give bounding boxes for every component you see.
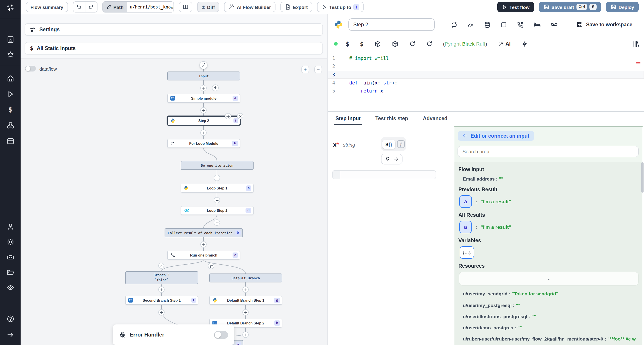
sleep-bed-icon[interactable] (534, 21, 541, 28)
node-second-branch-step-1[interactable]: TS Second Branch Step 1 f (125, 296, 198, 305)
node-default-branch-step-1[interactable]: Default Branch Step 1 g (209, 296, 282, 305)
insert-step-icon[interactable] (158, 309, 164, 316)
result-id-badge[interactable]: a (459, 196, 472, 208)
remove-branch-icon[interactable] (158, 263, 164, 269)
zoom-out-button[interactable]: − (314, 66, 322, 73)
diff-button[interactable]: ±Diff (198, 2, 219, 12)
error-handler-toggle[interactable] (214, 331, 228, 339)
test-flow-button[interactable]: Test flow (497, 2, 534, 12)
sidebar-item-home[interactable] (0, 71, 20, 85)
tab-step-input[interactable]: Step Input (336, 116, 360, 125)
package-icon[interactable] (374, 40, 381, 47)
insert-step-icon[interactable] (200, 130, 206, 136)
search-prop-input[interactable] (458, 146, 639, 157)
mock-voicemail-icon[interactable] (550, 21, 558, 28)
tab-test-this-step[interactable]: Test this step (375, 116, 408, 125)
dataflow-toggle[interactable] (25, 66, 36, 71)
sidebar-expand-icon[interactable] (0, 328, 20, 342)
node-branch-1[interactable]: Branch 1`false` (125, 271, 198, 284)
resources-placeholder[interactable]: - (459, 272, 639, 286)
node-do-one-iteration[interactable]: Do one iteration (181, 161, 254, 170)
sidebar-item-folders[interactable] (0, 266, 20, 279)
trigger-icon[interactable] (212, 84, 219, 91)
ai-suggest-node-icon[interactable] (200, 61, 208, 69)
suspend-phone-icon[interactable] (517, 21, 524, 28)
sidebar-item-audit-logs[interactable] (0, 281, 20, 294)
expr-mode-button[interactable]: ${} (382, 140, 395, 149)
path-field[interactable]: Path u/henri/best_known (102, 1, 174, 12)
variables-icon[interactable]: $ (346, 40, 349, 47)
arg-value-input[interactable] (332, 170, 436, 179)
retries-icon[interactable] (451, 21, 458, 28)
page-scrollbar[interactable] (641, 162, 644, 193)
resource-row[interactable]: u/ruben-user/u/ruben-user/my_flow_2/g/al… (463, 336, 638, 345)
undo-button[interactable] (73, 2, 85, 12)
insert-step-icon[interactable] (200, 241, 206, 248)
flow-summary-button[interactable]: Flow summary (26, 2, 68, 12)
sidebar-item-runs[interactable] (0, 87, 20, 100)
move-node-icon[interactable] (225, 113, 231, 119)
edit-or-connect-button[interactable]: Edit or connect an input (458, 131, 534, 141)
all-results-row[interactable]: a:"I'm a result" (459, 221, 638, 234)
deploy-button[interactable]: Deploy (606, 2, 639, 12)
resource-row[interactable]: u/user/my_sendgrid : "Token for sendgrid… (463, 290, 638, 298)
reload-icon[interactable] (409, 41, 415, 47)
windmill-logo-icon[interactable] (0, 0, 20, 15)
zoom-in-button[interactable]: + (302, 66, 309, 73)
function-mode-button[interactable]: ƒ (397, 140, 404, 148)
variables-object-badge[interactable]: {...} (460, 247, 474, 259)
delete-node-icon[interactable] (237, 113, 243, 119)
cache-database-icon[interactable] (484, 21, 490, 28)
sidebar-item-users[interactable] (0, 220, 20, 233)
export-button[interactable]: Export (280, 2, 312, 12)
test-up-to-button[interactable]: Test up toi (317, 2, 364, 12)
node-loop-step-2[interactable]: -GO Loop Step 2 d (181, 206, 254, 215)
ai-flow-builder-button[interactable]: AI Flow Builder (224, 2, 276, 12)
node-default-branch[interactable]: Default Branch (209, 274, 282, 283)
sidebar-item-resources[interactable] (0, 118, 20, 132)
redo-button[interactable] (85, 2, 97, 12)
flow-input-row[interactable]: Email address : "" (463, 175, 638, 183)
insert-step-icon[interactable] (242, 287, 249, 293)
tab-advanced[interactable]: Advanced (423, 116, 448, 125)
package-icon[interactable] (392, 40, 398, 47)
previous-result-row[interactable]: a:"I'm a result" (459, 196, 638, 208)
insert-step-icon[interactable] (214, 175, 220, 181)
sidebar-item-schedules[interactable] (0, 134, 20, 147)
node-run-one-branch[interactable]: Run one branch e (167, 251, 240, 260)
step-name-input[interactable] (348, 18, 435, 31)
contextual-variables-icon[interactable]: $ (360, 40, 364, 47)
sidebar-item-help[interactable] (0, 312, 20, 325)
reload-icon[interactable] (426, 41, 432, 47)
result-id-badge[interactable]: a (459, 221, 472, 234)
sidebar-item-workspace[interactable] (0, 33, 20, 46)
docs-button[interactable] (179, 2, 192, 12)
code-editor[interactable]: 1# import wmill234def main(x: str):5 ret… (328, 53, 644, 111)
lint-settings[interactable]: (Pyright Black Ruff) (443, 41, 487, 46)
node-loop-step-1[interactable]: Loop Step 1 c (181, 184, 254, 193)
node-simple-module[interactable]: TS Simple module a (167, 94, 240, 103)
early-stop-gauge-icon[interactable] (467, 21, 474, 28)
add-branch-icon[interactable] (208, 263, 214, 269)
resource-row[interactable]: u/user/demo_postgres : "" (463, 324, 638, 331)
insert-step-icon[interactable] (214, 197, 220, 203)
settings-row[interactable]: Settings (24, 23, 323, 36)
insert-step-icon[interactable] (200, 107, 206, 113)
concurrency-square-icon[interactable] (500, 21, 507, 28)
sidebar-item-favorites[interactable] (0, 48, 20, 61)
ai-assistant-button[interactable]: AI (498, 41, 510, 47)
node-collect-result[interactable]: Collect result of each iteration b (164, 228, 243, 237)
insert-step-icon[interactable] (200, 85, 206, 91)
node-for-loop[interactable]: For Loop Module b (167, 139, 240, 148)
save-draft-button[interactable]: Save draftCtrlS (539, 2, 601, 12)
insert-step-icon[interactable] (242, 309, 249, 316)
sidebar-item-settings[interactable] (0, 235, 20, 249)
insert-step-icon[interactable] (242, 332, 249, 338)
save-to-workspace-button[interactable]: Save to workspace (577, 21, 644, 28)
connect-input-pill[interactable] (381, 154, 402, 164)
sidebar-item-workers[interactable] (0, 250, 20, 264)
resource-row[interactable]: u/user/illustrious_postgresql : "" (463, 313, 638, 320)
resource-row[interactable]: u/user/my_postgresql : "" (463, 302, 638, 309)
insert-step-icon[interactable] (158, 287, 164, 293)
node-input[interactable]: Input (167, 71, 240, 80)
